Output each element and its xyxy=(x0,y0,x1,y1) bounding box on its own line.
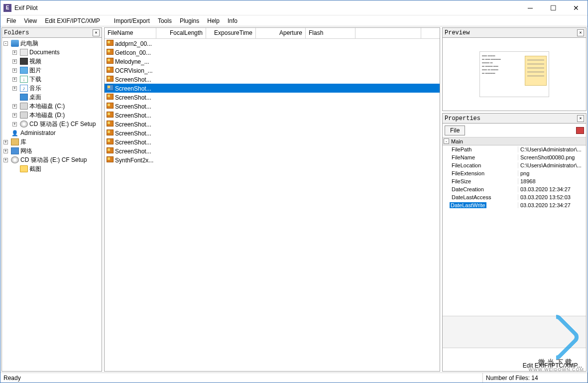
tree-node[interactable]: +音乐 xyxy=(3,84,101,93)
folder-tree[interactable]: -此电脑+Documents+视频+图片+下载+音乐桌面+本地磁盘 (C:)+本… xyxy=(2,38,102,371)
tree-label: 截图 xyxy=(29,165,41,173)
tree-node[interactable]: +CD 驱动器 (E:) CF Setup xyxy=(3,120,101,128)
property-value: 18968 xyxy=(518,178,586,184)
property-row[interactable]: DateLastAccess03.03.2020 13:52:03 xyxy=(443,193,586,201)
file-row[interactable]: ScreenShot... xyxy=(105,128,440,137)
props-group-main[interactable]: -Main xyxy=(443,137,586,145)
tree-node[interactable]: +Documents xyxy=(3,48,101,57)
file-name: ScreenShot... xyxy=(115,148,151,155)
property-row[interactable]: FilePathC:\Users\Administrator\... xyxy=(443,145,586,153)
tree-expander[interactable]: + xyxy=(12,104,17,109)
property-value: ScreenShot00080.png xyxy=(518,154,586,160)
tree-node[interactable]: +本地磁盘 (D:) xyxy=(3,111,101,120)
file-list[interactable]: addprn2_00...GetIcon_00...Melodyne_...OC… xyxy=(105,39,440,371)
column-header[interactable] xyxy=(355,28,421,38)
maximize-button[interactable]: ☐ xyxy=(542,0,565,15)
tree-expander[interactable]: + xyxy=(12,59,17,64)
status-left: Ready xyxy=(0,373,483,383)
image-file-icon xyxy=(107,40,114,46)
menu-info[interactable]: Info xyxy=(224,16,241,25)
tree-expander[interactable]: + xyxy=(12,68,17,73)
tree-node[interactable]: +下载 xyxy=(3,75,101,84)
tree-node[interactable]: +库 xyxy=(3,137,101,146)
property-row[interactable]: DateCreation03.03.2020 12:34:27 xyxy=(443,185,586,193)
properties-title: Properties xyxy=(445,115,577,122)
properties-grid[interactable]: -MainFilePathC:\Users\Administrator\...F… xyxy=(443,137,586,316)
file-row[interactable]: Melodyne_... xyxy=(105,57,440,66)
file-row[interactable]: ScreenShot... xyxy=(105,75,440,84)
folders-panel: Folders ✕ -此电脑+Documents+视频+图片+下载+音乐桌面+本… xyxy=(1,27,102,372)
dl-icon xyxy=(20,76,28,83)
close-button[interactable]: ✕ xyxy=(565,0,588,15)
menu-tools[interactable]: Tools xyxy=(154,16,176,25)
tree-node[interactable]: 截图 xyxy=(3,164,101,173)
file-row[interactable]: GetIcon_00... xyxy=(105,48,440,57)
tree-node[interactable]: 桌面 xyxy=(3,93,101,102)
tree-expander[interactable]: - xyxy=(3,41,8,46)
column-header[interactable]: Aperture xyxy=(256,28,306,38)
file-row[interactable]: ScreenShot... xyxy=(105,84,440,93)
tree-node[interactable]: +网络 xyxy=(3,146,101,155)
file-row[interactable]: ScreenShot... xyxy=(105,120,440,128)
menu-import-export[interactable]: Import/Export xyxy=(110,16,154,25)
menu-view[interactable]: View xyxy=(20,16,41,25)
properties-panel: Properties ✕ File -MainFilePathC:\Users\… xyxy=(442,113,587,372)
property-row[interactable]: FileLocationC:\Users\Administrator\... xyxy=(443,161,586,169)
tree-node[interactable]: +本地磁盘 (C:) xyxy=(3,102,101,111)
tree-expander[interactable]: + xyxy=(12,122,17,127)
tree-node[interactable]: +CD 驱动器 (E:) CF Setup xyxy=(3,155,101,164)
file-row[interactable]: addprn2_00... xyxy=(105,39,440,48)
preview-close-icon[interactable]: ✕ xyxy=(577,29,584,36)
tree-node[interactable]: +图片 xyxy=(3,66,101,75)
group-expander[interactable]: - xyxy=(444,138,449,144)
column-header[interactable]: ExposureTime xyxy=(206,28,256,38)
minimize-button[interactable]: ─ xyxy=(519,0,542,15)
menu-help[interactable]: Help xyxy=(203,16,224,25)
music-icon xyxy=(20,85,28,92)
image-file-icon xyxy=(107,85,114,91)
file-row[interactable]: ScreenShot... xyxy=(105,93,440,102)
property-key: FileExtension xyxy=(443,170,518,176)
file-row[interactable]: OCRVision_... xyxy=(105,66,440,75)
edit-exif-link[interactable]: Edit EXIF/IPTC/XMP... xyxy=(523,362,582,369)
file-row[interactable]: ScreenShot... xyxy=(105,102,440,111)
menu-plugins[interactable]: Plugins xyxy=(176,16,203,25)
column-header[interactable]: FocalLength xyxy=(156,28,206,38)
image-file-icon xyxy=(107,67,114,73)
file-row[interactable]: SynthFont2x... xyxy=(105,155,440,164)
property-row[interactable]: FileSize18968 xyxy=(443,177,586,185)
property-key: DateCreation xyxy=(443,186,518,192)
tree-expander[interactable]: + xyxy=(12,77,17,82)
menu-file[interactable]: File xyxy=(2,16,20,25)
tree-expander[interactable]: + xyxy=(3,140,8,144)
tree-label: 图片 xyxy=(29,66,41,75)
tree-node[interactable]: Administrator xyxy=(3,128,101,137)
tree-expander[interactable]: + xyxy=(3,158,8,162)
properties-tool-icon[interactable] xyxy=(576,127,584,134)
property-row[interactable]: FileNameScreenShot00080.png xyxy=(443,153,586,161)
cd-icon xyxy=(20,121,28,128)
column-header[interactable]: FileName xyxy=(105,28,156,38)
file-row[interactable]: ScreenShot... xyxy=(105,111,440,120)
column-header[interactable]: Flash xyxy=(306,28,355,38)
tree-label: 桌面 xyxy=(29,93,41,102)
tree-node[interactable]: +视频 xyxy=(3,57,101,66)
folder-icon xyxy=(20,165,28,172)
property-row[interactable]: FileExtensionpng xyxy=(443,169,586,177)
properties-close-icon[interactable]: ✕ xyxy=(577,115,584,122)
file-name: addprn2_00... xyxy=(115,40,152,47)
tree-expander[interactable]: + xyxy=(12,113,17,118)
app-icon: E xyxy=(3,4,11,12)
folders-close-icon[interactable]: ✕ xyxy=(93,29,100,36)
file-list-panel: FileNameFocalLengthExposureTimeApertureF… xyxy=(104,27,440,372)
file-row[interactable]: ScreenShot... xyxy=(105,146,440,155)
tree-expander[interactable]: + xyxy=(12,86,17,91)
menu-edit-exif-iptc-xmp[interactable]: Edit EXIF/IPTC/XMP xyxy=(41,16,104,25)
status-right: Number of Files: 14 xyxy=(483,373,588,383)
file-row[interactable]: ScreenShot... xyxy=(105,137,440,146)
file-tab-button[interactable]: File xyxy=(445,126,465,135)
tree-node[interactable]: -此电脑 xyxy=(3,39,101,48)
tree-expander[interactable]: + xyxy=(3,149,8,153)
tree-expander[interactable]: + xyxy=(12,50,17,55)
property-row[interactable]: DateLastWrite03.03.2020 12:34:27 xyxy=(443,201,586,209)
